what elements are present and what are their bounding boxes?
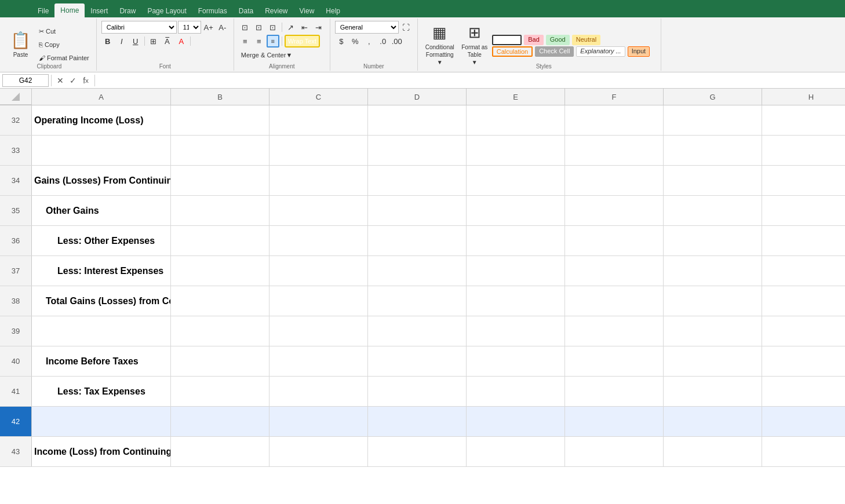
- cell-a42[interactable]: [32, 407, 171, 436]
- col-header-c[interactable]: C: [269, 89, 368, 105]
- cell-c34[interactable]: [269, 166, 368, 195]
- cell-f39[interactable]: [565, 316, 664, 346]
- copy-button[interactable]: ⎘ Copy: [37, 38, 92, 51]
- percent-button[interactable]: %: [349, 35, 362, 48]
- cell-e41[interactable]: [467, 377, 565, 406]
- cell-b33[interactable]: [171, 136, 269, 165]
- cell-e36[interactable]: [467, 226, 565, 255]
- currency-button[interactable]: $: [335, 35, 348, 48]
- cell-b34[interactable]: [171, 166, 269, 195]
- row-header-37[interactable]: 37: [0, 256, 32, 286]
- cell-g35[interactable]: [664, 196, 762, 225]
- cell-c41[interactable]: [269, 377, 368, 406]
- cell-d36[interactable]: [368, 226, 467, 255]
- cell-b35[interactable]: [171, 196, 269, 225]
- indent-inc-button[interactable]: ⇥: [312, 21, 325, 34]
- row-header-39[interactable]: 39: [0, 316, 32, 346]
- cell-g39[interactable]: [664, 316, 762, 346]
- cell-c37[interactable]: [269, 256, 368, 286]
- cell-b40[interactable]: [171, 346, 269, 376]
- cell-c39[interactable]: [269, 316, 368, 346]
- align-left-button[interactable]: ≡: [239, 35, 252, 48]
- cell-e43[interactable]: [467, 437, 565, 466]
- align-top-left-button[interactable]: ⊡: [239, 21, 252, 34]
- cell-a35[interactable]: Other Gains: [32, 196, 171, 225]
- cell-e40[interactable]: [467, 346, 565, 376]
- underline-button[interactable]: U: [129, 35, 142, 48]
- cell-d43[interactable]: [368, 437, 467, 466]
- tab-insert[interactable]: Insert: [85, 5, 114, 17]
- cell-e38[interactable]: [467, 286, 565, 316]
- cell-e35[interactable]: [467, 196, 565, 225]
- cell-b42[interactable]: [171, 407, 269, 436]
- cell-f36[interactable]: [565, 226, 664, 255]
- cell-d41[interactable]: [368, 377, 467, 406]
- cell-a37[interactable]: Less: Interest Expenses: [32, 256, 171, 286]
- tab-home[interactable]: Home: [54, 3, 85, 17]
- cell-g38[interactable]: [664, 286, 762, 316]
- style-check-cell[interactable]: Check Cell: [535, 46, 574, 57]
- cell-d35[interactable]: [368, 196, 467, 225]
- cell-h34[interactable]: [762, 166, 845, 195]
- tab-file[interactable]: File: [32, 5, 54, 17]
- cell-h32[interactable]: [762, 105, 845, 135]
- bold-button[interactable]: B: [101, 35, 114, 48]
- cell-a33[interactable]: [32, 136, 171, 165]
- row-header-36[interactable]: 36: [0, 226, 32, 255]
- cell-a39[interactable]: [32, 316, 171, 346]
- style-calculation[interactable]: Calculation: [492, 46, 533, 57]
- col-header-g[interactable]: G: [664, 89, 762, 105]
- cancel-formula-button[interactable]: ✕: [54, 74, 67, 87]
- row-header-40[interactable]: 40: [0, 346, 32, 376]
- cell-g42[interactable]: [664, 407, 762, 436]
- cut-button[interactable]: ✂ Cut: [37, 25, 92, 38]
- row-header-42[interactable]: 42: [0, 407, 32, 436]
- cell-f40[interactable]: [565, 346, 664, 376]
- cell-h41[interactable]: [762, 377, 845, 406]
- row-header-35[interactable]: 35: [0, 196, 32, 225]
- col-header-b[interactable]: B: [171, 89, 269, 105]
- cell-f33[interactable]: [565, 136, 664, 165]
- cell-e39[interactable]: [467, 316, 565, 346]
- cell-f41[interactable]: [565, 377, 664, 406]
- row-header-38[interactable]: 38: [0, 286, 32, 316]
- cell-c42[interactable]: [269, 407, 368, 436]
- align-right-button[interactable]: ≡: [267, 35, 279, 48]
- row-header-33[interactable]: 33: [0, 136, 32, 165]
- cell-f42[interactable]: [565, 407, 664, 436]
- cell-b32[interactable]: [171, 105, 269, 135]
- tab-view[interactable]: View: [294, 5, 320, 17]
- cell-b38[interactable]: [171, 286, 269, 316]
- cell-h43[interactable]: [762, 437, 845, 466]
- italic-button[interactable]: I: [115, 35, 128, 48]
- cell-g41[interactable]: [664, 377, 762, 406]
- cell-b41[interactable]: [171, 377, 269, 406]
- format-painter-button[interactable]: 🖌 Format Painter: [37, 52, 92, 64]
- style-input[interactable]: Input: [628, 46, 650, 57]
- orient-button[interactable]: ↗: [285, 21, 297, 34]
- col-header-d[interactable]: D: [368, 89, 467, 105]
- row-header-34[interactable]: 34: [0, 166, 32, 195]
- cell-d40[interactable]: [368, 346, 467, 376]
- font-color-button[interactable]: A: [175, 35, 188, 48]
- format-as-table-button[interactable]: ⊞ Format as Table ▼: [457, 22, 492, 67]
- decrease-font-button[interactable]: A-: [216, 21, 229, 34]
- cell-g32[interactable]: [664, 105, 762, 135]
- cell-d32[interactable]: [368, 105, 467, 135]
- conditional-formatting-button[interactable]: ▦ Conditional Formatting ▼: [423, 22, 457, 67]
- cell-b39[interactable]: [171, 316, 269, 346]
- cell-g36[interactable]: [664, 226, 762, 255]
- cell-c43[interactable]: [269, 437, 368, 466]
- number-format-dialog[interactable]: ⛶: [400, 21, 413, 34]
- align-top-center-button[interactable]: ⊡: [253, 21, 265, 34]
- cell-b36[interactable]: [171, 226, 269, 255]
- cell-c35[interactable]: [269, 196, 368, 225]
- insert-function-button[interactable]: fx: [79, 74, 92, 87]
- cell-g34[interactable]: [664, 166, 762, 195]
- cell-a32[interactable]: Operating Income (Loss): [32, 105, 171, 135]
- cell-g33[interactable]: [664, 136, 762, 165]
- row-header-32[interactable]: 32: [0, 105, 32, 135]
- cell-a43[interactable]: Income (Loss) from Continuing Operations: [32, 437, 171, 466]
- indent-dec-button[interactable]: ⇤: [298, 21, 311, 34]
- cell-h38[interactable]: [762, 286, 845, 316]
